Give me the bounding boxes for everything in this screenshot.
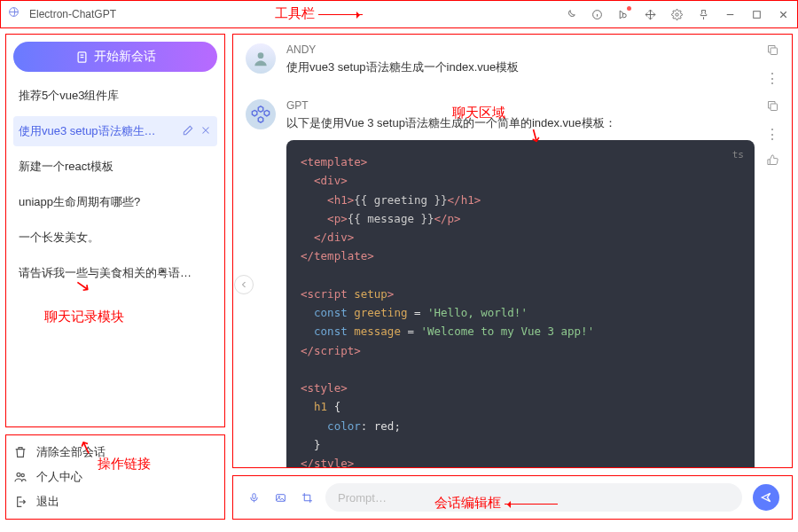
more-icon[interactable]: ⋮ — [765, 126, 779, 143]
move-icon[interactable] — [643, 7, 657, 21]
code-lang-label: ts — [732, 147, 744, 164]
edit-icon[interactable] — [182, 124, 194, 139]
prompt-input[interactable] — [325, 483, 742, 512]
history-item[interactable]: 使用vue3 setup语法糖生… — [13, 116, 217, 146]
more-icon[interactable]: ⋮ — [765, 70, 779, 87]
svg-point-5 — [17, 473, 20, 476]
user-message: ANDY 使用vue3 setup语法糖生成一个index.vue模板 ⋮ — [246, 43, 779, 87]
like-icon[interactable] — [766, 153, 779, 169]
new-chat-label: 开始新会话 — [94, 49, 156, 65]
app-title: Electron-ChatGPT — [29, 8, 116, 20]
svg-rect-10 — [252, 493, 254, 498]
copy-icon[interactable] — [766, 43, 779, 59]
message-text: 使用vue3 setup语法糖生成一个index.vue模板 — [286, 59, 755, 75]
history-item[interactable]: 推荐5个vue3组件库 — [13, 81, 217, 111]
history-panel: 开始新会话 推荐5个vue3组件库 使用vue3 setup语法糖生… 新建一个… — [5, 34, 225, 427]
image-icon[interactable] — [272, 489, 288, 505]
svg-rect-9 — [771, 104, 778, 111]
svg-point-7 — [258, 52, 264, 59]
send-button[interactable] — [753, 484, 779, 511]
avatar — [246, 43, 276, 74]
minimize-icon[interactable] — [723, 7, 737, 21]
history-item[interactable]: 新建一个react模板 — [13, 152, 217, 182]
message-text: 以下是使用Vue 3 setup语法糖生成的一个简单的index.vue模板： — [286, 115, 755, 131]
ops-panel: 清除全部会话 个人中心 退出 — [5, 434, 225, 520]
svg-point-6 — [21, 473, 24, 476]
info-icon[interactable] — [590, 7, 604, 21]
maximize-icon[interactable] — [749, 7, 763, 21]
theme-toggle-icon[interactable] — [563, 7, 577, 21]
collapse-sidebar-icon[interactable] — [234, 275, 254, 294]
copy-icon[interactable] — [766, 99, 779, 115]
settings-icon[interactable] — [669, 7, 684, 21]
logout-button[interactable]: 退出 — [13, 494, 217, 510]
pin-icon[interactable] — [696, 7, 710, 21]
author-label: GPT — [286, 99, 755, 112]
crop-icon[interactable] — [299, 489, 315, 505]
history-item[interactable]: 一个长发美女。 — [13, 223, 217, 253]
clear-all-button[interactable]: 清除全部会话 — [13, 444, 217, 460]
titlebar: Electron-ChatGPT — [0, 0, 798, 28]
history-item[interactable]: 请告诉我一些与美食相关的粤语… — [13, 258, 217, 288]
author-label: ANDY — [286, 43, 755, 56]
input-row — [232, 475, 793, 520]
svg-rect-8 — [771, 48, 778, 55]
delete-icon[interactable] — [200, 124, 212, 139]
gpt-message: GPT 以下是使用Vue 3 setup语法糖生成的一个简单的index.vue… — [246, 99, 779, 468]
svg-rect-3 — [753, 11, 760, 18]
new-chat-button[interactable]: 开始新会话 — [13, 42, 217, 72]
close-icon[interactable] — [776, 7, 790, 21]
history-item[interactable]: uniapp生命周期有哪些? — [13, 187, 217, 217]
code-block: ts <template> <div> <h1>{{ greeting }}</… — [286, 140, 755, 468]
profile-button[interactable]: 个人中心 — [13, 469, 217, 485]
app-logo-icon — [8, 6, 24, 22]
avatar — [246, 99, 276, 129]
mic-icon[interactable] — [246, 489, 262, 505]
chat-area: ANDY 使用vue3 setup语法糖生成一个index.vue模板 ⋮ GP… — [232, 34, 793, 468]
notification-icon[interactable] — [616, 7, 630, 21]
svg-point-2 — [675, 12, 677, 15]
